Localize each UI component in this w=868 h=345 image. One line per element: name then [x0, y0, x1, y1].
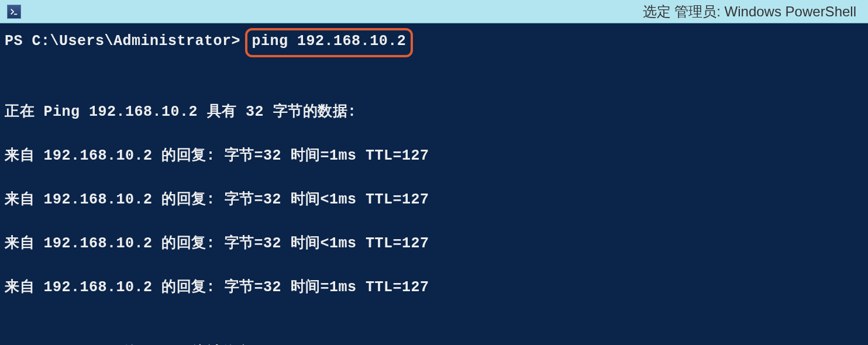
prompt-text: PS C:\Users\Administrator> — [5, 33, 240, 50]
output-line: 来自 192.168.10.2 的回复: 字节=32 时间<1ms TTL=12… — [5, 233, 863, 255]
output-line: 来自 192.168.10.2 的回复: 字节=32 时间<1ms TTL=12… — [5, 189, 863, 211]
window-title: 选定 管理员: Windows PowerShell — [21, 2, 863, 21]
blank-line — [5, 320, 863, 343]
output-line: 192.168.10.2 的 Ping 统计信息: — [5, 342, 863, 345]
blank-line — [5, 79, 863, 101]
output-line: 来自 192.168.10.2 的回复: 字节=32 时间=1ms TTL=12… — [5, 277, 863, 299]
command-text: ping 192.168.10.2 — [252, 33, 407, 50]
output-line: 正在 Ping 192.168.10.2 具有 32 字节的数据: — [5, 101, 863, 123]
window-titlebar[interactable]: 选定 管理员: Windows PowerShell — [0, 0, 868, 23]
terminal-output[interactable]: PS C:\Users\Administrator> ping 192.168.… — [0, 23, 868, 345]
powershell-icon — [7, 5, 21, 19]
command-highlight-box: ping 192.168.10.2 — [245, 28, 414, 57]
output-line: 来自 192.168.10.2 的回复: 字节=32 时间=1ms TTL=12… — [5, 145, 863, 167]
